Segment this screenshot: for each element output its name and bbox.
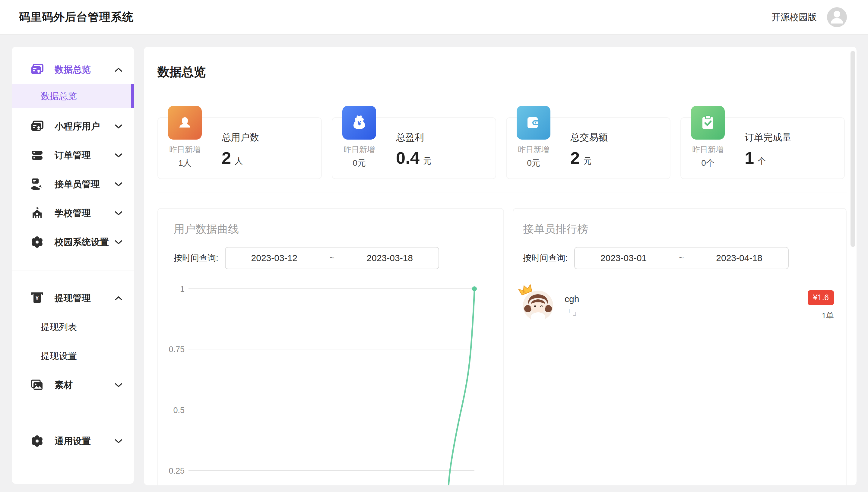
user-icon (168, 106, 202, 140)
sidebar-item-overview[interactable]: 数据总览 (12, 55, 134, 84)
chevron-up-icon (115, 67, 122, 72)
yesterday-value: 0个 (681, 157, 735, 169)
sidebar-item-label: 校园系统设置 (55, 236, 109, 248)
sidebar-subitem-withdraw-settings[interactable]: 提现设置 (12, 342, 134, 370)
edition-label: 开源校园版 (771, 11, 817, 24)
order-count: 1单 (808, 311, 834, 321)
image-icon (30, 378, 44, 392)
sidebar-item-label: 学校管理 (55, 207, 91, 219)
y-tick: 1 (180, 285, 185, 294)
active-indicator-bar (131, 84, 134, 108)
chevron-down-icon (115, 211, 122, 216)
date-range-picker[interactable]: 2023-03-01 ~ 2023-04-18 (574, 247, 789, 269)
start-date: 2023-03-01 (575, 253, 673, 263)
yesterday-value: 0元 (332, 157, 386, 169)
sidebar-item-label: 数据总览 (55, 64, 91, 76)
sidebar-item-mini-program-users[interactable]: 小程序用户 (12, 112, 134, 141)
series-line (449, 290, 475, 485)
stat-label: 总交易额 (570, 131, 608, 144)
id-cards-icon (30, 119, 44, 133)
sidebar-subitem-label: 提现设置 (41, 350, 77, 362)
chevron-down-icon (115, 124, 122, 129)
sidebar-subitem-overview[interactable]: 数据总览 (12, 84, 134, 108)
sidebar-item-schools[interactable]: 学校管理 (12, 199, 134, 228)
sidebar-divider (12, 413, 134, 413)
id-cards-icon (30, 63, 44, 77)
stat-value: 1 (745, 148, 754, 168)
end-date: 2023-03-18 (341, 253, 438, 263)
end-date: 2023-04-18 (690, 253, 788, 263)
sidebar-item-materials[interactable]: 素材 (12, 370, 134, 399)
y-tick: 0.75 (169, 345, 185, 354)
y-tick: 0.25 (169, 466, 185, 475)
chevron-up-icon (115, 296, 122, 300)
panel-title: 接单员排行榜 (523, 222, 846, 237)
panel-title: 用户数据曲线 (174, 222, 503, 237)
stat-value: 2 (570, 148, 580, 168)
hand-card-icon (30, 177, 44, 192)
sidebar-item-label: 接单员管理 (55, 178, 100, 191)
line-chart: 1 0.75 0.5 0.25 (158, 270, 503, 485)
date-query-label: 按时间查询: (523, 252, 568, 264)
stat-cards-row: 昨日新增 1人 总用户数 2 人 ¥ 昨日新增 0元 总盈利 (158, 117, 845, 179)
stat-label: 总用户数 (222, 131, 259, 144)
svg-text:¥: ¥ (357, 120, 361, 127)
rank-name: cgh (564, 294, 580, 304)
start-date: 2023-03-12 (225, 253, 323, 263)
ranking-panel: 接单员排行榜 按时间查询: 2023-03-01 ~ 2023-04-18 (513, 208, 847, 485)
chevron-down-icon (115, 439, 122, 443)
person-icon (827, 7, 847, 27)
sidebar-item-label: 小程序用户 (55, 120, 100, 133)
sidebar-subitem-withdraw-list[interactable]: 提现列表 (12, 313, 134, 342)
sidebar-item-label: 素材 (55, 379, 73, 391)
sidebar-item-campus-settings[interactable]: 校园系统设置 (12, 228, 134, 256)
yesterday-label: 昨日新增 (681, 144, 735, 155)
date-range-picker[interactable]: 2023-03-12 ~ 2023-03-18 (225, 247, 439, 269)
data-point-dot (472, 287, 477, 291)
user-avatar[interactable] (827, 7, 847, 27)
app-title: 码里码外后台管理系统 (19, 10, 134, 25)
stat-unit: 个 (757, 155, 766, 166)
chevron-down-icon (115, 182, 122, 187)
stat-card-total-profit: ¥ 昨日新增 0元 总盈利 0.4 元 (332, 117, 496, 179)
clipboard-check-icon (691, 106, 725, 140)
sidebar-subitem-label: 提现列表 (41, 321, 77, 334)
wallet-icon (516, 106, 550, 140)
stat-unit: 元 (583, 155, 592, 166)
school-icon (30, 206, 44, 220)
chevron-down-icon (115, 240, 122, 245)
stat-value: 0.4 (396, 148, 419, 168)
sidebar-subitem-label: 数据总览 (41, 90, 77, 102)
stat-unit: 元 (423, 155, 431, 166)
rank-avatar (523, 291, 553, 321)
stat-value: 2 (222, 148, 231, 168)
stat-card-total-users: 昨日新增 1人 总用户数 2 人 (158, 117, 322, 179)
chevron-down-icon (115, 153, 122, 158)
cash-withdraw-icon: ¥ (30, 291, 44, 305)
scrollbar-thumb[interactable] (850, 51, 855, 247)
sidebar-item-takers[interactable]: 接单员管理 (12, 170, 134, 199)
date-query-label: 按时间查询: (174, 252, 218, 264)
rank-note: 「」 (564, 307, 580, 318)
date-separator: ~ (672, 253, 690, 263)
svg-text:¥: ¥ (35, 295, 39, 301)
sidebar-item-general-settings[interactable]: 通用设置 (12, 426, 134, 456)
section-divider (158, 193, 847, 193)
sidebar-divider (12, 270, 134, 270)
stat-card-total-transactions: 昨日新增 0元 总交易额 2 元 (506, 117, 671, 179)
server-stack-icon (30, 148, 44, 163)
date-separator: ~ (323, 253, 341, 263)
sidebar-item-label: 订单管理 (55, 149, 91, 162)
page-title: 数据总览 (158, 64, 206, 80)
moneybag-icon: ¥ (342, 106, 376, 140)
sidebar-item-orders[interactable]: 订单管理 (12, 141, 134, 170)
sidebar-item-withdraw[interactable]: ¥ 提现管理 (12, 284, 134, 313)
yesterday-label: 昨日新增 (507, 144, 560, 155)
sidebar-item-label: 提现管理 (55, 292, 91, 304)
rank-list-item: cgh 「」 ¥1.6 1单 (523, 290, 834, 321)
stat-unit: 人 (235, 155, 243, 166)
gear-icon (30, 235, 44, 249)
yesterday-value: 1人 (158, 157, 212, 169)
stat-label: 订单完成量 (745, 131, 791, 144)
sidebar-item-label: 通用设置 (55, 435, 91, 447)
